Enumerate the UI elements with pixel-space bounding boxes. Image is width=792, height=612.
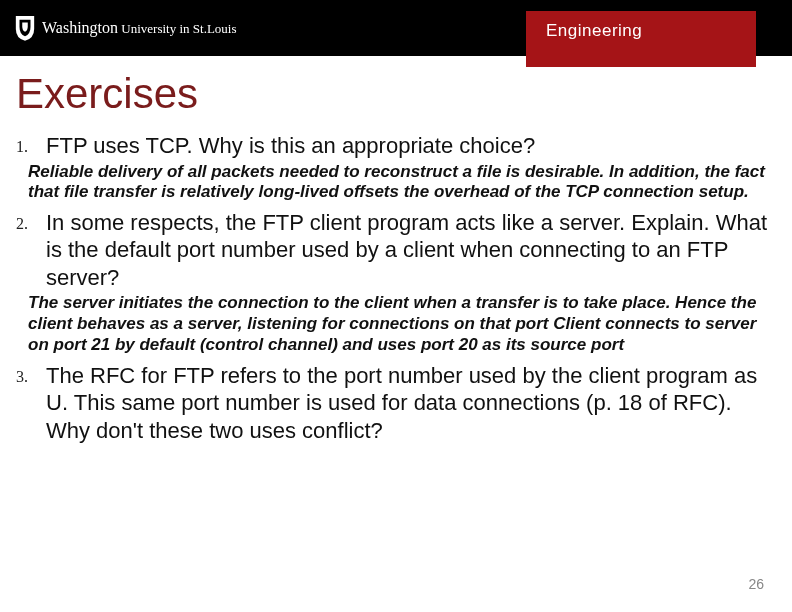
university-logo: Washington University in St.Louis (14, 14, 237, 42)
question-text: The RFC for FTP refers to the port numbe… (46, 362, 776, 445)
slide-body: Exercises 1. FTP uses TCP. Why is this a… (16, 70, 776, 450)
answer-text: The server initiates the connection to t… (28, 293, 772, 355)
shield-icon (14, 14, 36, 42)
question-text: In some respects, the FTP client program… (46, 209, 776, 292)
item-number: 2. (16, 209, 34, 233)
page-number: 26 (748, 576, 764, 592)
exercise-item: 2. In some respects, the FTP client prog… (16, 209, 776, 356)
question-text: FTP uses TCP. Why is this an appropriate… (46, 132, 535, 160)
slide-title: Exercises (16, 70, 776, 118)
header-bar: Washington University in St.Louis Engine… (0, 0, 792, 56)
exercise-item: 1. FTP uses TCP. Why is this an appropri… (16, 132, 776, 203)
engineering-block: Engineering (526, 11, 756, 67)
item-number: 1. (16, 132, 34, 156)
item-number: 3. (16, 362, 34, 386)
university-name: Washington University in St.Louis (42, 19, 237, 37)
engineering-label: Engineering (546, 21, 642, 41)
answer-text: Reliable delivery of all packets needed … (28, 162, 772, 203)
exercise-item: 3. The RFC for FTP refers to the port nu… (16, 362, 776, 445)
